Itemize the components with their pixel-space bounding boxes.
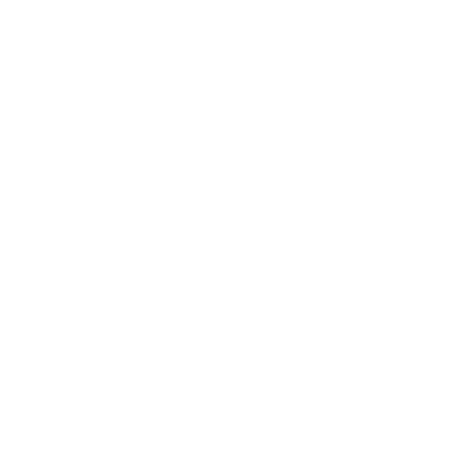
scatter-chart [0,0,476,476]
